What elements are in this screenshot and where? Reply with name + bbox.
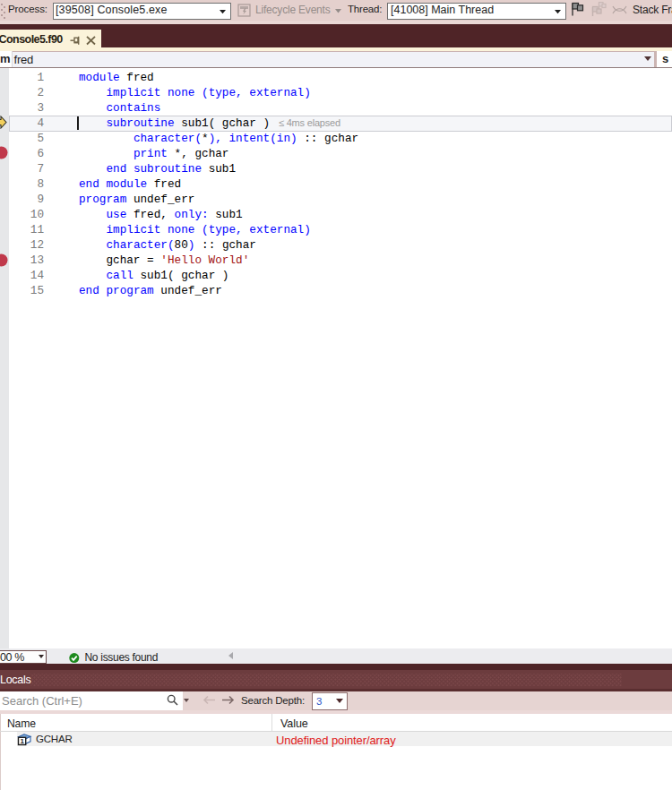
svg-text:1: 1 bbox=[20, 737, 24, 745]
